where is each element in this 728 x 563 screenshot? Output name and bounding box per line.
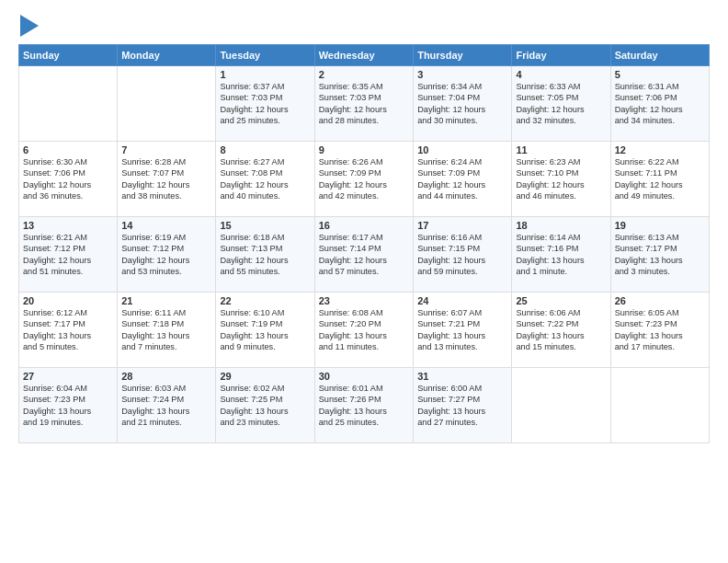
- cell-line: and 40 minutes.: [220, 190, 310, 201]
- week-row-3: 13Sunrise: 6:21 AMSunset: 7:12 PMDayligh…: [19, 217, 710, 293]
- cell-line: and 3 minutes.: [615, 266, 705, 277]
- cell-line: Sunset: 7:09 PM: [417, 167, 507, 178]
- cell-line: Daylight: 12 hours: [121, 179, 211, 190]
- day-number: 30: [319, 371, 409, 382]
- cell-line: Sunset: 7:24 PM: [121, 394, 211, 405]
- cell-line: Sunset: 7:17 PM: [23, 318, 113, 329]
- cell-line: Daylight: 13 hours: [121, 406, 211, 417]
- calendar-cell: 15Sunrise: 6:18 AMSunset: 7:13 PMDayligh…: [216, 217, 314, 293]
- cell-line: Sunrise: 6:27 AM: [220, 156, 310, 167]
- cell-line: and 55 minutes.: [220, 266, 310, 277]
- calendar-cell: 21Sunrise: 6:11 AMSunset: 7:18 PMDayligh…: [118, 293, 216, 368]
- day-number: 24: [417, 295, 507, 306]
- cell-line: Sunrise: 6:08 AM: [319, 307, 409, 318]
- cell-line: Daylight: 13 hours: [319, 406, 409, 417]
- calendar-cell: 17Sunrise: 6:16 AMSunset: 7:15 PMDayligh…: [414, 217, 512, 293]
- day-number: 8: [220, 144, 310, 155]
- week-row-2: 6Sunrise: 6:30 AMSunset: 7:06 PMDaylight…: [19, 142, 710, 217]
- cell-line: Sunrise: 6:07 AM: [417, 307, 507, 318]
- calendar-cell: 1Sunrise: 6:37 AMSunset: 7:03 PMDaylight…: [216, 66, 314, 142]
- day-number: 12: [615, 144, 705, 155]
- calendar-cell: 7Sunrise: 6:28 AMSunset: 7:07 PMDaylight…: [118, 142, 216, 217]
- cell-line: Daylight: 13 hours: [319, 330, 409, 341]
- cell-line: and 51 minutes.: [23, 266, 113, 277]
- day-number: 17: [417, 220, 507, 231]
- day-number: 22: [220, 295, 310, 306]
- cell-line: Sunset: 7:06 PM: [23, 167, 113, 178]
- cell-line: Sunrise: 6:34 AM: [417, 81, 507, 92]
- cell-line: Sunset: 7:25 PM: [220, 394, 310, 405]
- calendar-cell: 8Sunrise: 6:27 AMSunset: 7:08 PMDaylight…: [216, 142, 314, 217]
- cell-line: Sunrise: 6:19 AM: [121, 232, 211, 243]
- cell-line: Sunset: 7:11 PM: [615, 167, 705, 178]
- cell-line: Sunset: 7:23 PM: [615, 318, 705, 329]
- cell-line: and 30 minutes.: [417, 115, 507, 126]
- cell-line: Sunset: 7:16 PM: [516, 243, 606, 254]
- cell-line: and 34 minutes.: [615, 115, 705, 126]
- cell-line: and 49 minutes.: [615, 190, 705, 201]
- cell-line: Sunset: 7:05 PM: [516, 92, 606, 103]
- cell-line: Sunrise: 6:13 AM: [615, 232, 705, 243]
- calendar-cell: 27Sunrise: 6:04 AMSunset: 7:23 PMDayligh…: [19, 368, 118, 443]
- cell-line: and 32 minutes.: [516, 115, 606, 126]
- calendar-cell: 20Sunrise: 6:12 AMSunset: 7:17 PMDayligh…: [19, 293, 118, 368]
- cell-line: and 36 minutes.: [23, 190, 113, 201]
- day-number: 18: [516, 220, 606, 231]
- day-number: 29: [220, 371, 310, 382]
- cell-line: and 19 minutes.: [23, 417, 113, 428]
- calendar-cell: 19Sunrise: 6:13 AMSunset: 7:17 PMDayligh…: [610, 217, 709, 293]
- calendar-cell: [19, 66, 118, 142]
- day-number: 15: [220, 220, 310, 231]
- calendar-cell: [118, 66, 216, 142]
- week-row-4: 20Sunrise: 6:12 AMSunset: 7:17 PMDayligh…: [19, 293, 710, 368]
- cell-line: Sunset: 7:19 PM: [220, 318, 310, 329]
- cell-line: Sunset: 7:12 PM: [23, 243, 113, 254]
- cell-line: Sunset: 7:26 PM: [319, 394, 409, 405]
- day-number: 14: [121, 220, 211, 231]
- day-number: 20: [23, 295, 113, 306]
- cell-line: Sunrise: 6:03 AM: [121, 383, 211, 394]
- cell-line: Sunrise: 6:21 AM: [23, 232, 113, 243]
- cell-line: Daylight: 12 hours: [220, 179, 310, 190]
- cell-line: Sunset: 7:22 PM: [516, 318, 606, 329]
- cell-line: Daylight: 12 hours: [319, 179, 409, 190]
- cell-line: Sunset: 7:06 PM: [615, 92, 705, 103]
- day-number: 3: [417, 69, 507, 80]
- cell-line: Daylight: 13 hours: [615, 255, 705, 266]
- day-number: 23: [319, 295, 409, 306]
- calendar-cell: 24Sunrise: 6:07 AMSunset: 7:21 PMDayligh…: [414, 293, 512, 368]
- cell-line: Daylight: 12 hours: [516, 179, 606, 190]
- calendar-cell: 16Sunrise: 6:17 AMSunset: 7:14 PMDayligh…: [314, 217, 413, 293]
- header-row: SundayMondayTuesdayWednesdayThursdayFrid…: [19, 45, 710, 66]
- cell-line: Daylight: 12 hours: [220, 255, 310, 266]
- cell-line: Sunrise: 6:23 AM: [516, 156, 606, 167]
- calendar-cell: 6Sunrise: 6:30 AMSunset: 7:06 PMDaylight…: [19, 142, 118, 217]
- cell-line: Daylight: 12 hours: [417, 179, 507, 190]
- week-row-5: 27Sunrise: 6:04 AMSunset: 7:23 PMDayligh…: [19, 368, 710, 443]
- cell-line: Sunset: 7:21 PM: [417, 318, 507, 329]
- cell-line: Daylight: 12 hours: [319, 104, 409, 115]
- day-number: 10: [417, 144, 507, 155]
- cell-line: and 44 minutes.: [417, 190, 507, 201]
- cell-line: Sunrise: 6:18 AM: [220, 232, 310, 243]
- cell-line: Sunset: 7:07 PM: [121, 167, 211, 178]
- logo-icon: [20, 15, 39, 37]
- cell-line: Sunset: 7:17 PM: [615, 243, 705, 254]
- logo: [18, 15, 39, 37]
- cell-line: Sunset: 7:27 PM: [417, 394, 507, 405]
- day-number: 28: [121, 371, 211, 382]
- cell-line: Daylight: 12 hours: [417, 255, 507, 266]
- cell-line: Daylight: 13 hours: [23, 406, 113, 417]
- calendar-cell: 13Sunrise: 6:21 AMSunset: 7:12 PMDayligh…: [19, 217, 118, 293]
- day-number: 5: [615, 69, 705, 80]
- day-header-monday: Monday: [118, 45, 216, 66]
- cell-line: Sunset: 7:23 PM: [23, 394, 113, 405]
- day-number: 11: [516, 144, 606, 155]
- cell-line: Sunset: 7:03 PM: [319, 92, 409, 103]
- day-number: 6: [23, 144, 113, 155]
- calendar-cell: 12Sunrise: 6:22 AMSunset: 7:11 PMDayligh…: [610, 142, 709, 217]
- cell-line: and 42 minutes.: [319, 190, 409, 201]
- cell-line: Daylight: 12 hours: [417, 104, 507, 115]
- cell-line: and 15 minutes.: [516, 341, 606, 352]
- cell-line: Sunrise: 6:04 AM: [23, 383, 113, 394]
